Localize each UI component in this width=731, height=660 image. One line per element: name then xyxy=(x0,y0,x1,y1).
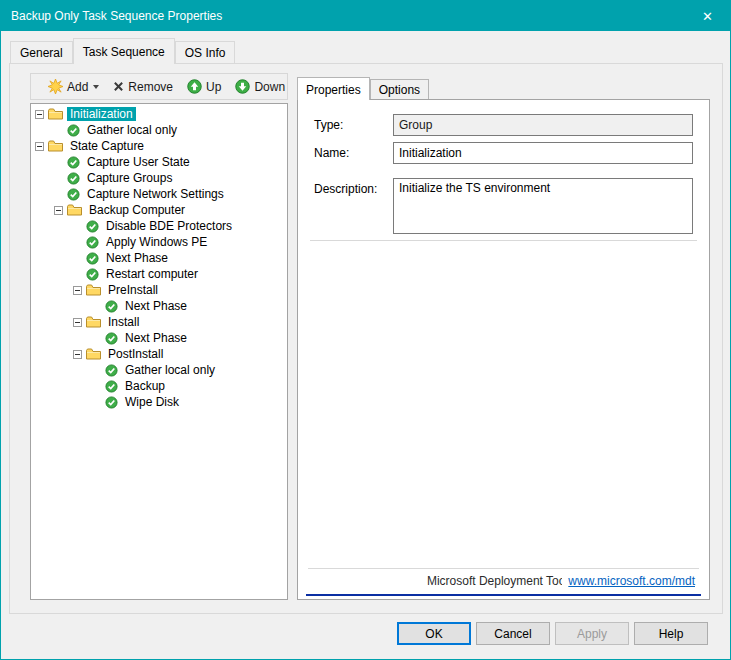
tab-task-sequence[interactable]: Task Sequence xyxy=(73,38,175,64)
add-button-label: Add xyxy=(67,80,88,94)
footer-separator xyxy=(308,568,699,569)
add-dropdown-arrow-icon xyxy=(93,85,99,89)
tree-item[interactable]: Capture User State xyxy=(31,154,287,170)
dialog-button-row: OK Cancel Apply Help xyxy=(397,622,708,645)
help-button[interactable]: Help xyxy=(634,622,708,645)
tab-os-info[interactable]: OS Info xyxy=(175,41,236,63)
tree-item-label: Wipe Disk xyxy=(122,395,182,409)
down-button-label: Down xyxy=(254,80,285,94)
tree-collapse-toggle[interactable] xyxy=(54,206,63,215)
tree-item-label: Disable BDE Protectors xyxy=(103,219,235,233)
titlebar: Backup Only Task Sequence Properties ✕ xyxy=(1,1,730,31)
tree-item[interactable]: Gather local only xyxy=(31,362,287,378)
description-label: Description: xyxy=(314,182,377,196)
step-check-icon xyxy=(105,332,118,345)
mdt-link[interactable]: www.microsoft.com/mdt xyxy=(562,574,695,588)
tree-item[interactable]: Backup Computer xyxy=(31,202,287,218)
tree-item[interactable]: Disable BDE Protectors xyxy=(31,218,287,234)
close-button[interactable]: ✕ xyxy=(685,1,730,31)
remove-button-label: Remove xyxy=(128,80,173,94)
properties-tabstrip: Properties Options xyxy=(297,77,429,100)
task-sequence-tree: InitializationGather local onlyState Cap… xyxy=(30,103,288,600)
tree-item[interactable]: Capture Network Settings xyxy=(31,186,287,202)
tab-general[interactable]: General xyxy=(10,41,73,63)
form-separator xyxy=(310,240,697,241)
tree-collapse-toggle[interactable] xyxy=(35,142,44,151)
group-folder-icon xyxy=(86,316,101,328)
step-check-icon xyxy=(67,172,80,185)
tree-item[interactable]: Restart computer xyxy=(31,266,287,282)
tree-item[interactable]: Next Phase xyxy=(31,330,287,346)
tree-collapse-toggle[interactable] xyxy=(35,110,44,119)
add-starburst-icon xyxy=(48,79,63,94)
step-check-icon xyxy=(86,252,99,265)
name-label: Name: xyxy=(314,146,349,160)
tree-item[interactable]: Gather local only xyxy=(31,122,287,138)
tree-toolbar: Add Remove Up Down xyxy=(30,73,288,100)
tree-collapse-toggle[interactable] xyxy=(73,318,82,327)
group-folder-icon xyxy=(86,284,101,296)
step-check-icon xyxy=(67,124,80,137)
up-arrow-icon xyxy=(187,79,202,94)
close-icon: ✕ xyxy=(702,9,713,24)
group-folder-icon xyxy=(48,108,63,120)
step-check-icon xyxy=(105,300,118,313)
tree-collapse-toggle[interactable] xyxy=(73,286,82,295)
tree-item[interactable]: State Capture xyxy=(31,138,287,154)
step-check-icon xyxy=(105,396,118,409)
tree-item[interactable]: Wipe Disk xyxy=(31,394,287,410)
remove-button[interactable]: Remove xyxy=(106,78,180,96)
tree-item-label: Restart computer xyxy=(103,267,201,281)
tree-item-label: State Capture xyxy=(67,139,147,153)
dialog-window: Backup Only Task Sequence Properties ✕ G… xyxy=(0,0,731,660)
tree-item-label: Initialization xyxy=(67,107,136,121)
main-tabstrip: General Task Sequence OS Info xyxy=(10,38,235,64)
down-button[interactable]: Down xyxy=(228,77,292,96)
tree-item[interactable]: Next Phase xyxy=(31,250,287,266)
tree-item-label: Gather local only xyxy=(122,363,218,377)
cancel-button[interactable]: Cancel xyxy=(476,622,550,645)
name-field[interactable] xyxy=(393,142,693,164)
tree-item-label: Capture Network Settings xyxy=(84,187,227,201)
tree-item[interactable]: Install xyxy=(31,314,287,330)
step-check-icon xyxy=(67,156,80,169)
tree-item[interactable]: PostInstall xyxy=(31,346,287,362)
tree-item[interactable]: Next Phase xyxy=(31,298,287,314)
down-arrow-icon xyxy=(235,79,250,94)
step-check-icon xyxy=(67,188,80,201)
tree-item-label: Gather local only xyxy=(84,123,180,137)
type-label: Type: xyxy=(314,118,343,132)
tab-options[interactable]: Options xyxy=(370,79,429,99)
group-folder-icon xyxy=(67,204,82,216)
tree-item[interactable]: PreInstall xyxy=(31,282,287,298)
footer-accent-line xyxy=(306,594,701,596)
tree-item-label: Apply Windows PE xyxy=(103,235,210,249)
tree-item-label: PreInstall xyxy=(105,283,161,297)
ok-button[interactable]: OK xyxy=(397,622,471,645)
add-button[interactable]: Add xyxy=(41,77,106,96)
description-field[interactable] xyxy=(393,178,693,234)
tree-item-label: Capture User State xyxy=(84,155,193,169)
type-field[interactable] xyxy=(393,114,693,136)
tree-item-label: Backup Computer xyxy=(86,203,188,217)
tree-item[interactable]: Initialization xyxy=(31,106,287,122)
up-button-label: Up xyxy=(206,80,221,94)
tab-properties[interactable]: Properties xyxy=(297,77,370,100)
remove-x-icon xyxy=(113,81,124,92)
group-folder-icon xyxy=(48,140,63,152)
tree-item-label: Capture Groups xyxy=(84,171,175,185)
tree-item-label: Next Phase xyxy=(122,331,190,345)
step-check-icon xyxy=(105,364,118,377)
apply-button[interactable]: Apply xyxy=(555,622,629,645)
step-check-icon xyxy=(86,268,99,281)
task-sequence-page: Add Remove Up Down InitializationGather … xyxy=(9,63,723,614)
tree-collapse-toggle[interactable] xyxy=(73,350,82,359)
tree-item-label: Next Phase xyxy=(103,251,171,265)
tree-item[interactable]: Capture Groups xyxy=(31,170,287,186)
window-title: Backup Only Task Sequence Properties xyxy=(1,9,685,23)
up-button[interactable]: Up xyxy=(180,77,228,96)
tree-item[interactable]: Apply Windows PE xyxy=(31,234,287,250)
group-folder-icon xyxy=(86,348,101,360)
tree-item-label: Next Phase xyxy=(122,299,190,313)
tree-item[interactable]: Backup xyxy=(31,378,287,394)
